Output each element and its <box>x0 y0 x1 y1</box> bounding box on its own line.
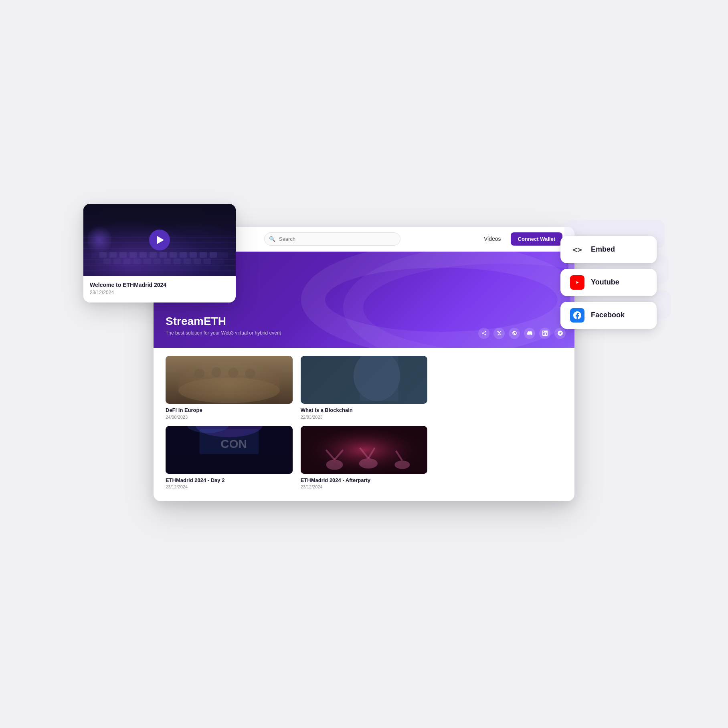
video-thumb-blockchain <box>301 356 428 404</box>
linkedin-icon[interactable] <box>539 328 550 339</box>
svg-rect-37 <box>150 252 157 258</box>
video-info-blockchain: What is a Blockchain 22/03/2023 <box>301 407 428 419</box>
video-card-defi[interactable]: DeFi in Europe 24/08/2023 <box>166 356 293 419</box>
svg-rect-46 <box>123 258 131 264</box>
video-card-afterparty[interactable]: ETHMadrid 2024 - Afterparty 23/12/2024 <box>301 426 428 490</box>
svg-rect-45 <box>113 258 121 264</box>
video-date-blockchain: 22/03/2023 <box>301 415 428 419</box>
svg-point-6 <box>211 367 221 377</box>
video-info-afterparty: ETHMadrid 2024 - Afterparty 23/12/2024 <box>301 477 428 490</box>
telegram-icon[interactable] <box>554 328 566 339</box>
svg-rect-40 <box>180 252 187 258</box>
video-date-day2: 23/12/2024 <box>166 484 293 489</box>
youtube-icon <box>570 275 584 290</box>
svg-point-8 <box>245 368 255 378</box>
svg-rect-36 <box>140 252 147 258</box>
code-brackets-icon: <> <box>572 245 582 254</box>
video-card-day2[interactable]: CON ETHMadrid 2024 - Day 2 23/12/2024 <box>166 426 293 490</box>
fl-thumb <box>83 204 236 276</box>
svg-rect-54 <box>204 258 211 264</box>
video-info-day2: ETHMadrid 2024 - Day 2 23/12/2024 <box>166 477 293 490</box>
svg-rect-39 <box>170 252 177 258</box>
svg-rect-43 <box>210 252 217 258</box>
svg-point-23 <box>359 458 377 468</box>
youtube-share-card[interactable]: Youtube <box>560 269 657 296</box>
fl-play-triangle <box>157 236 164 244</box>
embed-label: Embed <box>591 245 615 254</box>
hero-content: StreamETH The best solution for your Web… <box>166 315 281 336</box>
youtube-label: Youtube <box>591 278 619 286</box>
video-thumb-con: CON <box>166 426 293 474</box>
svg-rect-44 <box>103 258 111 264</box>
svg-rect-33 <box>109 252 117 258</box>
svg-rect-31 <box>99 264 220 270</box>
floating-right-cards: <> Embed Youtube Facebook <box>560 236 657 329</box>
svg-rect-34 <box>119 252 127 258</box>
hero-subtitle: The best solution for your Web3 virtual … <box>166 330 281 336</box>
svg-text:CON: CON <box>220 437 247 450</box>
video-card-blockchain[interactable]: What is a Blockchain 22/03/2023 <box>301 356 428 419</box>
discord-icon[interactable] <box>524 328 535 339</box>
fl-play-button[interactable] <box>149 230 170 250</box>
fl-date: 23/12/2024 <box>90 290 229 295</box>
svg-rect-35 <box>129 252 137 258</box>
globe-icon[interactable] <box>509 328 520 339</box>
x-twitter-icon[interactable] <box>493 328 505 339</box>
video-title-afterparty: ETHMadrid 2024 - Afterparty <box>301 477 428 484</box>
svg-rect-11 <box>360 356 398 401</box>
fl-info: Welcome to ETHMadrid 2024 23/12/2024 <box>83 276 236 302</box>
empty-top-right <box>435 356 562 419</box>
video-title-blockchain: What is a Blockchain <box>301 407 428 414</box>
svg-point-26 <box>394 460 410 469</box>
outer-wrapper: StreamETH 🔍 Videos Connect Wallet Stream… <box>123 84 605 645</box>
facebook-share-card[interactable]: Facebook <box>560 302 657 329</box>
video-date-defi: 24/08/2023 <box>166 415 293 419</box>
svg-rect-4 <box>178 375 280 392</box>
svg-rect-49 <box>154 258 161 264</box>
video-info-defi: DeFi in Europe 24/08/2023 <box>166 407 293 419</box>
svg-rect-41 <box>190 252 197 258</box>
search-bar: 🔍 <box>264 232 400 246</box>
svg-rect-51 <box>174 258 181 264</box>
svg-rect-15 <box>166 458 293 474</box>
empty-bottom-right <box>435 426 562 490</box>
video-title-defi: DeFi in Europe <box>166 407 293 414</box>
facebook-icon <box>570 308 584 323</box>
svg-rect-52 <box>184 258 191 264</box>
svg-rect-38 <box>160 252 167 258</box>
svg-point-7 <box>228 367 238 377</box>
videos-nav-link[interactable]: Videos <box>484 236 501 242</box>
svg-point-20 <box>326 460 343 470</box>
share-icon[interactable] <box>478 328 489 339</box>
nav-right: Videos Connect Wallet <box>484 232 562 246</box>
hero-social <box>478 328 566 339</box>
search-icon: 🔍 <box>269 236 275 242</box>
svg-rect-42 <box>200 252 207 258</box>
video-thumb-afterparty <box>301 426 428 474</box>
video-date-afterparty: 23/12/2024 <box>301 484 428 489</box>
facebook-label: Facebook <box>591 311 625 319</box>
floating-left-card: Welcome to ETHMadrid 2024 23/12/2024 <box>83 204 236 302</box>
video-thumb-defi <box>166 356 293 404</box>
svg-rect-47 <box>133 258 141 264</box>
svg-rect-50 <box>164 258 171 264</box>
search-input[interactable] <box>264 232 400 246</box>
svg-rect-53 <box>194 258 201 264</box>
svg-rect-48 <box>144 258 151 264</box>
embed-icon: <> <box>570 242 584 257</box>
video-title-day2: ETHMadrid 2024 - Day 2 <box>166 477 293 484</box>
fl-title: Welcome to ETHMadrid 2024 <box>90 282 229 288</box>
hero-title: StreamETH <box>166 315 281 328</box>
embed-share-card[interactable]: <> Embed <box>560 236 657 263</box>
svg-point-5 <box>194 368 204 378</box>
connect-wallet-button[interactable]: Connect Wallet <box>511 232 562 246</box>
